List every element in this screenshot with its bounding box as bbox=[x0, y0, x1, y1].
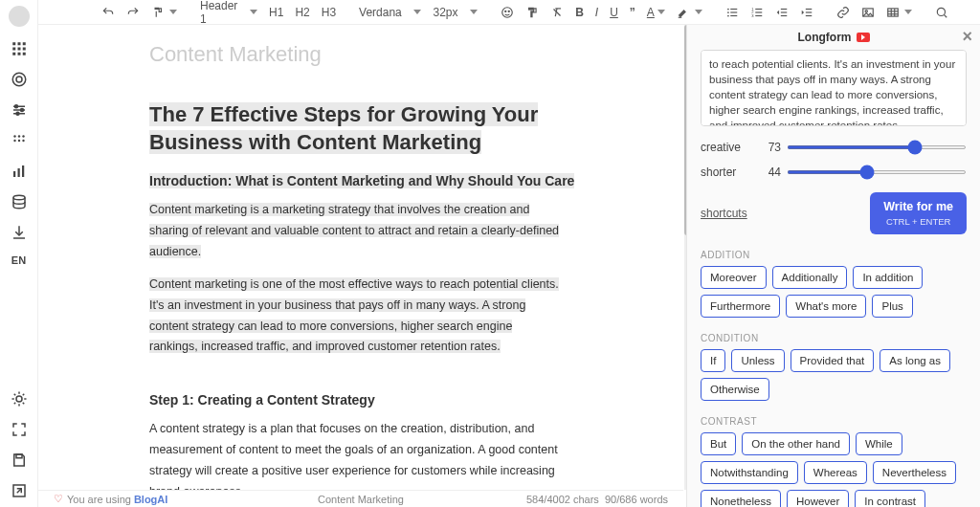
brightness-icon[interactable] bbox=[11, 390, 28, 408]
chip[interactable]: Nonetheless bbox=[701, 490, 781, 507]
slider-row-creative: creative73 bbox=[701, 141, 967, 154]
h1-button[interactable]: H1 bbox=[269, 6, 283, 19]
fontsize-select[interactable]: 32px bbox=[433, 6, 478, 19]
ulist-button[interactable] bbox=[725, 6, 739, 19]
svg-line-34 bbox=[13, 403, 15, 405]
highlight-button[interactable] bbox=[677, 6, 702, 19]
svg-rect-6 bbox=[12, 53, 15, 55]
svg-point-20 bbox=[13, 140, 15, 142]
svg-text:3: 3 bbox=[751, 12, 754, 17]
chip[interactable]: In contrast bbox=[855, 490, 925, 507]
chip[interactable]: Nevertheless bbox=[873, 461, 956, 484]
dots-icon[interactable] bbox=[11, 132, 28, 149]
chip[interactable]: However bbox=[787, 490, 849, 507]
export-icon[interactable] bbox=[11, 482, 28, 499]
database-icon[interactable] bbox=[11, 193, 28, 210]
svg-line-35 bbox=[22, 394, 24, 396]
chip[interactable]: Unless bbox=[731, 349, 784, 372]
fullscreen-icon[interactable] bbox=[11, 421, 28, 438]
emoji-button[interactable] bbox=[501, 6, 514, 19]
chip[interactable]: As long as bbox=[880, 349, 950, 372]
editor[interactable]: Content Marketing The 7 Effective Steps … bbox=[38, 25, 683, 490]
svg-rect-58 bbox=[806, 14, 812, 15]
slider-creative[interactable] bbox=[787, 145, 967, 149]
chip[interactable]: Provided that bbox=[791, 349, 875, 372]
quote-button[interactable]: ” bbox=[630, 6, 635, 19]
doc-heading[interactable]: The 7 Effective Steps for Growing Your B… bbox=[149, 102, 538, 154]
close-icon[interactable]: × bbox=[962, 27, 972, 47]
language-toggle[interactable]: EN bbox=[11, 254, 26, 266]
apps-icon[interactable] bbox=[11, 40, 28, 57]
avatar[interactable] bbox=[9, 6, 30, 27]
doc-paragraph[interactable]: Content marketing is one of the most eff… bbox=[149, 275, 561, 359]
svg-point-22 bbox=[22, 140, 24, 142]
chip[interactable]: On the other hand bbox=[742, 432, 850, 455]
bold-button[interactable]: B bbox=[575, 6, 584, 19]
italic-button[interactable]: I bbox=[595, 6, 598, 19]
stats-icon[interactable] bbox=[11, 163, 28, 180]
svg-rect-50 bbox=[755, 8, 762, 9]
image-button[interactable] bbox=[861, 6, 875, 19]
h3-button[interactable]: H3 bbox=[322, 6, 336, 19]
chip[interactable]: While bbox=[856, 432, 902, 455]
slider-icon[interactable] bbox=[11, 101, 28, 119]
font-select[interactable]: Verdana bbox=[359, 6, 421, 19]
undo-button[interactable] bbox=[101, 6, 115, 19]
document-title-placeholder[interactable]: Content Marketing bbox=[149, 42, 683, 67]
svg-point-40 bbox=[508, 11, 509, 11]
chip[interactable]: Whereas bbox=[804, 461, 867, 484]
clear-format-button[interactable] bbox=[550, 6, 564, 19]
step1-heading[interactable]: Step 1: Creating a Content Strategy bbox=[149, 392, 375, 408]
status-words: 90/686 words bbox=[605, 494, 668, 505]
save-icon[interactable] bbox=[11, 452, 28, 469]
youtube-icon[interactable] bbox=[857, 33, 870, 42]
paint-button[interactable] bbox=[525, 6, 539, 19]
slider-shorter[interactable] bbox=[787, 170, 967, 174]
chip[interactable]: Furthermore bbox=[701, 295, 780, 318]
svg-point-14 bbox=[14, 105, 17, 108]
target-icon[interactable] bbox=[11, 71, 28, 88]
slider-value: 73 bbox=[758, 141, 781, 154]
svg-point-27 bbox=[16, 396, 22, 402]
chip[interactable]: What's more bbox=[786, 295, 866, 318]
link-button[interactable] bbox=[836, 6, 850, 19]
chip[interactable]: But bbox=[701, 432, 736, 455]
outdent-button[interactable] bbox=[775, 6, 789, 19]
svg-line-67 bbox=[944, 14, 947, 17]
svg-rect-4 bbox=[17, 48, 20, 51]
intro-heading[interactable]: Introduction: What is Content Marketing … bbox=[149, 173, 574, 188]
shortcuts-link[interactable]: shortcuts bbox=[701, 207, 747, 220]
h2-button[interactable]: H2 bbox=[295, 6, 309, 19]
svg-point-17 bbox=[13, 135, 15, 137]
heart-icon: ♡ bbox=[54, 493, 63, 505]
svg-rect-3 bbox=[12, 48, 15, 51]
chip[interactable]: Plus bbox=[872, 295, 912, 318]
style-select[interactable]: Header 1 bbox=[200, 0, 257, 26]
doc-paragraph[interactable]: Content marketing is a marketing strateg… bbox=[149, 200, 561, 263]
underline-button[interactable]: U bbox=[610, 6, 618, 19]
download-icon[interactable] bbox=[11, 224, 28, 241]
status-brand[interactable]: BlogAI bbox=[134, 494, 167, 505]
chip[interactable]: In addition bbox=[853, 266, 923, 289]
write-for-me-button[interactable]: Write for meCTRL + ENTER bbox=[870, 192, 967, 234]
format-painter-button[interactable] bbox=[151, 6, 177, 19]
textcolor-button[interactable]: A bbox=[647, 6, 665, 19]
font-label: Verdana bbox=[359, 6, 402, 19]
search-button[interactable] bbox=[935, 6, 948, 19]
table-button[interactable] bbox=[886, 6, 912, 19]
chip[interactable]: Notwithstanding bbox=[701, 461, 798, 484]
svg-rect-61 bbox=[888, 8, 899, 15]
svg-rect-25 bbox=[22, 165, 24, 177]
svg-point-42 bbox=[727, 11, 729, 13]
prompt-textarea[interactable] bbox=[701, 50, 967, 126]
chip[interactable]: Moreover bbox=[701, 266, 767, 289]
redo-button[interactable] bbox=[126, 6, 140, 19]
indent-button[interactable] bbox=[800, 6, 813, 19]
olist-button[interactable]: 123 bbox=[750, 6, 764, 19]
chip[interactable]: Otherwise bbox=[701, 378, 769, 401]
svg-rect-36 bbox=[16, 454, 22, 458]
doc-paragraph[interactable]: A content strategy is a plan that focuse… bbox=[149, 419, 561, 490]
group-label: ADDITION bbox=[701, 250, 967, 260]
chip[interactable]: Additionally bbox=[772, 266, 848, 289]
chip[interactable]: If bbox=[701, 349, 725, 372]
